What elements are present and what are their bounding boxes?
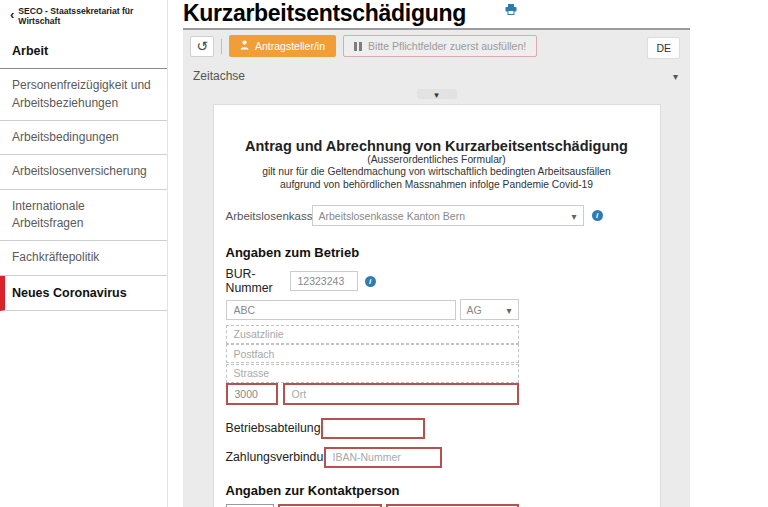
sidebar-item-internationale-arbeitsfragen[interactable]: Internationale Arbeitsfragen xyxy=(0,190,167,242)
betrieb-section-heading: Angaben zum Betrieb xyxy=(226,245,648,260)
collapse-handle[interactable] xyxy=(417,89,457,99)
warning-label: Bitte Pflichtfelder zuerst ausfüllen! xyxy=(368,40,526,52)
applicant-button-label: Antragsteller/in xyxy=(255,40,325,52)
plz-input[interactable] xyxy=(226,383,278,405)
page: SECO - Staatssekretariat für Wirtschaft … xyxy=(0,0,768,507)
zusatzzeile-input[interactable] xyxy=(226,325,519,344)
info-icon[interactable] xyxy=(592,210,603,221)
address-optional-fields xyxy=(226,324,648,383)
bur-nummer-row: BUR-Nummer xyxy=(226,267,648,295)
sidebar: SECO - Staatssekretariat für Wirtschaft … xyxy=(0,0,168,507)
bur-nummer-input[interactable] xyxy=(290,271,358,291)
form-header: Antrag und Abrechnung von Kurzarbeitsent… xyxy=(226,138,648,191)
name-input[interactable] xyxy=(386,504,519,507)
sidebar-item-neues-coronavirus[interactable]: Neues Coronavirus xyxy=(0,276,167,311)
plz-ort-row xyxy=(226,383,648,405)
toolbar-separator xyxy=(221,39,222,54)
vorname-input[interactable] xyxy=(278,504,382,507)
language-button[interactable]: DE xyxy=(647,37,680,59)
form-application: Antragsteller/in Bitte Pflichtfelder zue… xyxy=(183,28,690,507)
firma-input[interactable] xyxy=(226,300,456,320)
main-content: Kurzarbeitsentschädigung xyxy=(183,0,690,507)
rechtsform-selected-value: AG xyxy=(467,304,482,316)
required-fields-warning-button[interactable]: Bitte Pflichtfelder zuerst ausfüllen! xyxy=(343,35,537,57)
toolbar: Antragsteller/in Bitte Pflichtfelder zue… xyxy=(183,30,690,61)
iban-input[interactable] xyxy=(324,447,442,468)
form-subtitle-1: (Ausserordentliches Formular) xyxy=(226,154,648,166)
print-icon[interactable] xyxy=(505,1,517,12)
form-subtitle-2: gilt nur für die Geltendmachung von wirt… xyxy=(226,166,648,178)
sidebar-back-link[interactable]: SECO - Staatssekretariat für Wirtschaft xyxy=(0,0,167,30)
sidebar-item-arbeitsbedingungen[interactable]: Arbeitsbedingungen xyxy=(0,121,167,155)
sidebar-item-fachkraeftepolitik[interactable]: Fachkräftepolitik xyxy=(0,241,167,275)
undo-button[interactable] xyxy=(190,36,214,57)
chevron-down-icon xyxy=(506,304,511,316)
kontaktperson-row: Herr xyxy=(226,504,648,507)
person-icon xyxy=(240,40,249,52)
ort-input[interactable] xyxy=(283,383,519,405)
arbeitslosenkasse-row: Arbeitslosenkasse Arbeitslosenkasse Kant… xyxy=(226,205,648,226)
postfach-input[interactable] xyxy=(226,344,519,363)
chevron-down-icon xyxy=(434,84,439,101)
chevron-down-icon xyxy=(673,69,678,83)
applicant-button[interactable]: Antragsteller/in xyxy=(229,35,336,57)
chevron-left-icon xyxy=(10,11,14,21)
pause-icon xyxy=(354,42,362,51)
arbeitslosenkasse-label: Arbeitslosenkasse xyxy=(226,210,312,222)
sidebar-back-label: SECO - Staatssekretariat für Wirtschaft xyxy=(18,6,159,26)
sidebar-item-arbeit[interactable]: Arbeit xyxy=(0,34,167,69)
zahlungsverbindung-row: Zahlungsverbindung xyxy=(226,447,648,468)
sidebar-item-arbeitslosenversicherung[interactable]: Arbeitslosenversicherung xyxy=(0,155,167,189)
anrede-select[interactable]: Herr xyxy=(226,504,274,507)
arbeitslosenkasse-selected-value: Arbeitslosenkasse Kanton Bern xyxy=(319,210,466,222)
betriebsabteilung-label: Betriebsabteilung xyxy=(226,421,321,435)
form-subtitle-3: aufgrund von behördlichen Massnahmen inf… xyxy=(226,179,648,191)
kontakt-section-heading: Angaben zur Kontaktperson xyxy=(226,483,648,498)
info-icon[interactable] xyxy=(365,276,376,287)
firma-row: AG xyxy=(226,299,648,320)
form-panel: Antrag und Abrechnung von Kurzarbeitsent… xyxy=(213,104,661,507)
sidebar-item-personenfreizuegigkeit[interactable]: Personenfreizügigkeit und Arbeitsbeziehu… xyxy=(0,69,167,121)
arbeitslosenkasse-select[interactable]: Arbeitslosenkasse Kanton Bern xyxy=(312,205,584,226)
page-title: Kurzarbeitsentschädigung xyxy=(183,0,690,26)
bur-nummer-label: BUR-Nummer xyxy=(226,267,290,295)
timeline-label: Zeitachse xyxy=(193,69,245,83)
zahlungsverbindung-label: Zahlungsverbindung xyxy=(226,450,324,464)
form-title: Antrag und Abrechnung von Kurzarbeitsent… xyxy=(226,138,648,154)
rechtsform-select[interactable]: AG xyxy=(460,299,519,320)
chevron-down-icon xyxy=(571,210,576,222)
betriebsabteilung-row: Betriebsabteilung xyxy=(226,418,648,439)
betriebsabteilung-input[interactable] xyxy=(321,418,425,439)
strasse-input[interactable] xyxy=(226,364,519,383)
